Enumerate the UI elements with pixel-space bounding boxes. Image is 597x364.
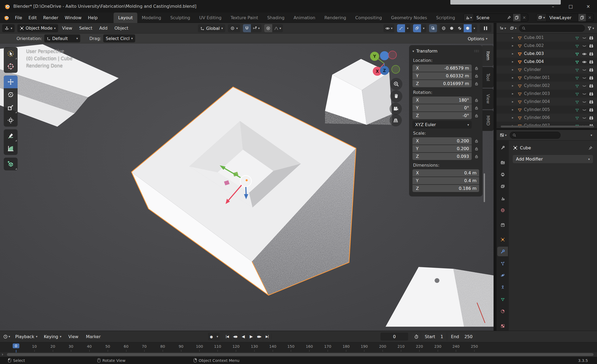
outliner-row[interactable]: ▸Cylinder.005: [496, 106, 597, 114]
blender-menu-icon[interactable]: [3, 15, 9, 21]
scale-y-field[interactable]: Y0.200: [412, 145, 472, 152]
workspace-tab-scripting[interactable]: Scripting: [431, 13, 459, 23]
camera-visibility-icon[interactable]: [589, 59, 595, 64]
lock-icon[interactable]: [474, 139, 479, 143]
shading-dropdown[interactable]: ▾: [472, 24, 477, 32]
viewlayer-browse-button[interactable]: ▾: [536, 14, 547, 21]
tab-physics[interactable]: [497, 271, 508, 280]
tab-object-data[interactable]: [497, 295, 508, 304]
gizmos-dropdown[interactable]: ▾: [405, 24, 410, 32]
menu-view[interactable]: View: [59, 25, 75, 32]
expand-arrow-icon[interactable]: ▸: [512, 60, 516, 63]
viewlayer-new-button[interactable]: [578, 14, 586, 21]
timeline-marker-menu[interactable]: Marker: [83, 333, 103, 340]
tool-select-circle-button[interactable]: [4, 47, 18, 60]
outliner-row[interactable]: ▸Cylinder: [496, 66, 597, 74]
tool-rotate-button[interactable]: [4, 88, 18, 101]
scene-pin-icon[interactable]: [505, 14, 513, 21]
tool-annotate-button[interactable]: [4, 129, 18, 142]
tab-world[interactable]: [497, 206, 508, 215]
tool-scale-button[interactable]: [4, 101, 18, 114]
frame-start-field[interactable]: Start1: [421, 333, 447, 341]
dimensions-y-field[interactable]: Y0.4 m: [412, 177, 479, 184]
rotation-x-field[interactable]: X180°: [412, 97, 472, 104]
add-modifier-dropdown[interactable]: Add Modifier ▾: [512, 155, 593, 163]
scale-z-field[interactable]: Z0.093: [412, 153, 472, 160]
options-dropdown[interactable]: Options▾: [465, 35, 490, 43]
tab-texture[interactable]: [497, 321, 508, 331]
expand-arrow-icon[interactable]: ▸: [512, 84, 516, 87]
outliner-row[interactable]: ▸Cylinder.006: [496, 114, 597, 122]
workspace-tab-rendering[interactable]: Rendering: [320, 13, 351, 23]
workspace-tab-sculpting[interactable]: Sculpting: [166, 13, 195, 23]
expand-arrow-icon[interactable]: ▸: [512, 76, 516, 79]
camera-visibility-icon[interactable]: [589, 43, 595, 48]
properties-options-dropdown[interactable]: ▾: [588, 134, 595, 137]
workspace-tab-geometry-nodes[interactable]: Geometry Nodes: [387, 13, 432, 23]
tab-constraints[interactable]: [497, 283, 508, 292]
expand-arrow-icon[interactable]: ▸: [512, 92, 516, 95]
shading-solid-button[interactable]: [448, 24, 456, 32]
transform-orientation-dropdown[interactable]: Global▾: [198, 24, 225, 32]
eye-closed-icon[interactable]: [581, 75, 587, 80]
tab-modifiers[interactable]: [497, 247, 508, 256]
shading-rendered-button[interactable]: [464, 24, 472, 32]
outliner-filter-image-dropdown[interactable]: ▾: [509, 25, 518, 31]
lock-icon[interactable]: [474, 66, 479, 70]
outliner-row[interactable]: ▸Cylinder.004: [496, 98, 597, 106]
panel-collapse-icon[interactable]: ▾: [412, 50, 414, 53]
scene-new-button[interactable]: [513, 14, 520, 21]
menu-select[interactable]: Select: [76, 25, 95, 32]
panel-grip-icon[interactable]: ∷∷: [474, 49, 479, 53]
gizmos-toggle[interactable]: [397, 24, 405, 32]
camera-view-button[interactable]: [390, 103, 402, 115]
expand-arrow-icon[interactable]: ▸: [512, 68, 516, 71]
xray-toggle[interactable]: [429, 24, 437, 32]
camera-visibility-icon[interactable]: [589, 115, 595, 120]
pin-id-icon[interactable]: [588, 145, 593, 150]
shading-material-button[interactable]: [456, 24, 464, 32]
outliner-row[interactable]: ▸Cube.004: [496, 58, 597, 66]
menu-object[interactable]: Object: [111, 25, 131, 32]
workspace-tab-compositing[interactable]: Compositing: [351, 13, 386, 23]
tab-render[interactable]: [497, 158, 508, 167]
tab-material[interactable]: [497, 306, 508, 316]
eye-closed-icon[interactable]: [581, 107, 587, 112]
auto-keying-dropdown[interactable]: ▾: [215, 333, 220, 341]
outliner-row[interactable]: ▸Cylinder.003: [496, 90, 597, 98]
overlays-toggle[interactable]: [413, 24, 421, 32]
eye-open-icon[interactable]: [581, 59, 587, 64]
dimensions-x-field[interactable]: X0.4 m: [412, 169, 479, 177]
overlays-dropdown[interactable]: ▾: [421, 24, 426, 32]
expand-arrow-icon[interactable]: ▸: [512, 116, 516, 119]
render-pause-button[interactable]: [480, 24, 491, 32]
workspace-tab-layout[interactable]: Layout: [114, 13, 137, 23]
tab-output[interactable]: [497, 170, 508, 179]
menu-help[interactable]: Help: [85, 14, 101, 21]
expand-arrow-icon[interactable]: ▸: [512, 100, 516, 103]
expand-arrow-icon[interactable]: ▸: [512, 36, 516, 39]
drag-dropdown[interactable]: Select Circl▾: [103, 34, 135, 42]
close-button[interactable]: ×: [579, 0, 597, 13]
eye-open-icon[interactable]: [581, 51, 587, 56]
workspace-tab-modeling[interactable]: Modeling: [137, 13, 166, 23]
camera-visibility-icon[interactable]: [589, 91, 595, 96]
camera-visibility-icon[interactable]: [589, 35, 595, 40]
scale-x-field[interactable]: X0.200: [412, 137, 472, 145]
timeline-disclosure-icon[interactable]: ›: [2, 352, 3, 357]
snap-settings-dropdown[interactable]: ▾: [251, 24, 262, 32]
outliner-horizontal-scrollbar[interactable]: [501, 126, 594, 127]
proportional-falloff-dropdown[interactable]: ▾: [272, 24, 283, 32]
outliner-row[interactable]: ▸Cylinder.001: [496, 74, 597, 82]
outliner-filter-dropdown[interactable]: ▾: [586, 25, 595, 31]
camera-visibility-icon[interactable]: [589, 51, 595, 56]
timeline-scrollbar[interactable]: [7, 353, 594, 356]
workspace-tab-shading[interactable]: Shading: [263, 13, 289, 23]
location-z-field[interactable]: Z0.016997 m: [412, 80, 472, 87]
properties-editor-type-button[interactable]: ▾: [499, 132, 508, 138]
frame-end-field[interactable]: End250: [447, 333, 476, 341]
rotation-z-field[interactable]: Z-0°: [412, 112, 472, 119]
tool-add-cube-button[interactable]: [4, 158, 18, 170]
play-reverse-button[interactable]: ◀: [239, 333, 247, 341]
orthographic-view-button[interactable]: [390, 114, 402, 126]
